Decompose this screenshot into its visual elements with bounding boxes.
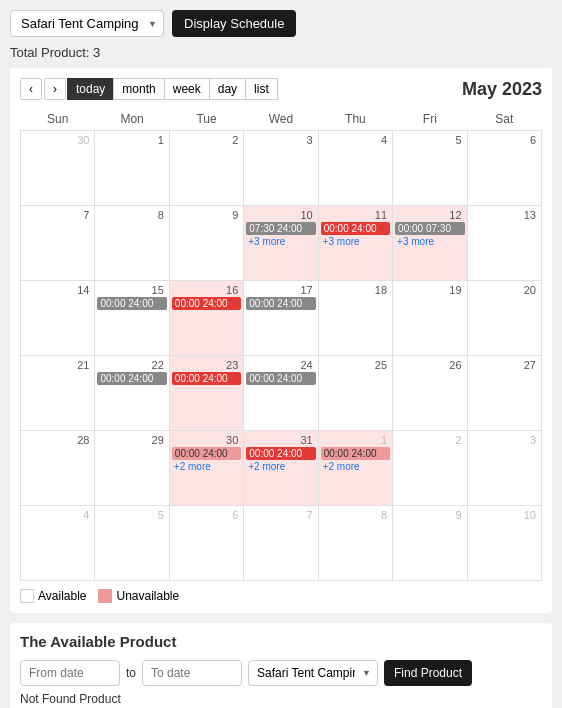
calendar-event[interactable]: 00:00 24:00 [246, 372, 315, 385]
calendar-cell[interactable]: 27 [467, 356, 541, 431]
calendar-event[interactable]: 00:00 24:00 [246, 297, 315, 310]
calendar-cell[interactable]: 6 [467, 131, 541, 206]
day-button[interactable]: day [209, 78, 246, 100]
calendar-cell[interactable]: 7 [244, 506, 318, 581]
calendar-cell[interactable]: 3 [244, 131, 318, 206]
month-button[interactable]: month [113, 78, 164, 100]
day-number: 26 [395, 358, 464, 372]
calendar-cell[interactable]: 2200:00 24:00 [95, 356, 169, 431]
calendar-cell[interactable]: 20 [467, 281, 541, 356]
calendar-cell[interactable]: 100:00 24:00+2 more [318, 431, 392, 506]
calendar-event[interactable]: 07:30 24:00 [246, 222, 315, 235]
calendar-cell[interactable]: 21 [21, 356, 95, 431]
calendar-cell[interactable]: 2400:00 24:00 [244, 356, 318, 431]
dow-mon: Mon [95, 108, 169, 131]
calendar-cell[interactable]: 25 [318, 356, 392, 431]
calendar-grid: Sun Mon Tue Wed Thu Fri Sat 301234567891… [20, 108, 542, 581]
calendar-event[interactable]: 00:00 24:00 [172, 297, 241, 310]
calendar-cell[interactable]: 3100:00 24:00+2 more [244, 431, 318, 506]
find-product-button[interactable]: Find Product [384, 660, 472, 686]
calendar-cell[interactable]: 1 [95, 131, 169, 206]
week-button[interactable]: week [164, 78, 210, 100]
available-title: The Available Product [20, 633, 542, 650]
calendar-cell[interactable]: 1007:30 24:00+3 more [244, 206, 318, 281]
calendar-cell[interactable]: 2 [169, 131, 243, 206]
calendar-event[interactable]: 00:00 24:00 [97, 372, 166, 385]
calendar-cell[interactable]: 6 [169, 506, 243, 581]
more-events-link[interactable]: +3 more [395, 236, 464, 247]
calendar-cell[interactable]: 4 [318, 131, 392, 206]
calendar-event[interactable]: 00:00 24:00 [97, 297, 166, 310]
calendar-cell[interactable]: 1200:00 07:30+3 more [393, 206, 467, 281]
to-date-input[interactable] [142, 660, 242, 686]
more-events-link[interactable]: +3 more [246, 236, 315, 247]
calendar-cell[interactable]: 30 [21, 131, 95, 206]
more-events-link[interactable]: +3 more [321, 236, 390, 247]
calendar-cell[interactable]: 8 [318, 506, 392, 581]
product-dropdown[interactable]: Safari Tent Camping [248, 660, 378, 686]
next-button[interactable]: › [44, 78, 66, 100]
more-events-link[interactable]: +2 more [246, 461, 315, 472]
available-section: The Available Product to Safari Tent Cam… [10, 623, 552, 708]
dow-wed: Wed [244, 108, 318, 131]
day-number: 7 [246, 508, 315, 522]
calendar-event[interactable]: 00:00 24:00 [172, 372, 241, 385]
calendar-cell[interactable]: 1500:00 24:00 [95, 281, 169, 356]
calendar-cell[interactable]: 5 [393, 131, 467, 206]
day-number: 8 [97, 208, 166, 222]
calendar-cell[interactable]: 2 [393, 431, 467, 506]
list-button[interactable]: list [245, 78, 278, 100]
calendar-event[interactable]: 00:00 24:00 [246, 447, 315, 460]
calendar-cell[interactable]: 9 [393, 506, 467, 581]
available-label: Available [38, 589, 86, 603]
calendar-event[interactable]: 00:00 24:00 [321, 222, 390, 235]
day-number: 5 [395, 133, 464, 147]
calendar-navigation: ‹ › today month week day list [20, 78, 278, 100]
calendar-cell[interactable]: 3 [467, 431, 541, 506]
calendar-cell[interactable]: 29 [95, 431, 169, 506]
calendar-cell[interactable]: 28 [21, 431, 95, 506]
calendar-cell[interactable]: 14 [21, 281, 95, 356]
day-number: 6 [470, 133, 539, 147]
day-number: 10 [246, 208, 315, 222]
legend: Available Unavailable [20, 589, 542, 603]
day-number: 10 [470, 508, 539, 522]
day-number: 18 [321, 283, 390, 297]
calendar-cell[interactable]: 1700:00 24:00 [244, 281, 318, 356]
day-number: 13 [470, 208, 539, 222]
calendar-cell[interactable]: 26 [393, 356, 467, 431]
dow-sun: Sun [21, 108, 95, 131]
calendar-cell[interactable]: 2300:00 24:00 [169, 356, 243, 431]
day-number: 11 [321, 208, 390, 222]
property-dropdown[interactable]: Safari Tent Camping [10, 10, 164, 37]
day-number: 4 [23, 508, 92, 522]
calendar-cell[interactable]: 10 [467, 506, 541, 581]
calendar-event[interactable]: 00:00 24:00 [172, 447, 241, 460]
today-button[interactable]: today [67, 78, 114, 100]
prev-button[interactable]: ‹ [20, 78, 42, 100]
day-number: 15 [97, 283, 166, 297]
calendar-cell[interactable]: 1600:00 24:00 [169, 281, 243, 356]
more-events-link[interactable]: +2 more [172, 461, 241, 472]
day-number: 3 [246, 133, 315, 147]
calendar-event[interactable]: 00:00 07:30 [395, 222, 464, 235]
calendar-cell[interactable]: 13 [467, 206, 541, 281]
from-date-input[interactable] [20, 660, 120, 686]
available-box [20, 589, 34, 603]
calendar-cell[interactable]: 7 [21, 206, 95, 281]
calendar-cell[interactable]: 4 [21, 506, 95, 581]
legend-available: Available [20, 589, 86, 603]
calendar-cell[interactable]: 8 [95, 206, 169, 281]
calendar-cell[interactable]: 18 [318, 281, 392, 356]
display-schedule-button[interactable]: Display Schedule [172, 10, 296, 37]
day-number: 9 [395, 508, 464, 522]
calendar-cell[interactable]: 1100:00 24:00+3 more [318, 206, 392, 281]
calendar-cell[interactable]: 9 [169, 206, 243, 281]
dow-thu: Thu [318, 108, 392, 131]
more-events-link[interactable]: +2 more [321, 461, 390, 472]
calendar-event[interactable]: 00:00 24:00 [321, 447, 390, 460]
calendar-cell[interactable]: 5 [95, 506, 169, 581]
calendar-cell[interactable]: 3000:00 24:00+2 more [169, 431, 243, 506]
calendar-cell[interactable]: 19 [393, 281, 467, 356]
calendar-title: May 2023 [462, 79, 542, 100]
